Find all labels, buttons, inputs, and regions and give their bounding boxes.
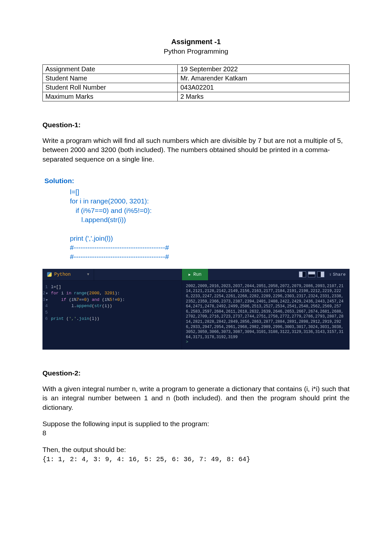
layout-left-icon[interactable] <box>299 271 306 277</box>
header-right: ⇪ Share <box>295 269 350 280</box>
question-2-input-label: Suppose the following input is supplied … <box>42 419 350 438</box>
share-label: Share <box>333 272 346 277</box>
code-editor: Python ▼ ▶ Run ⇪ Share 1l=[]2▼for i in r… <box>42 269 350 350</box>
share-button[interactable]: ⇪ Share <box>329 272 346 277</box>
code-line: 6print (','.join(l)) <box>42 316 182 322</box>
editor-header: Python ▼ ▶ Run ⇪ Share <box>42 269 350 281</box>
line-number: 5 <box>42 309 51 316</box>
line-number: 3▼ <box>42 297 51 303</box>
line-number: 4 <box>42 303 51 309</box>
question-2-input-value: 8 <box>42 429 46 437</box>
meta-value: 2 Marks <box>178 92 350 101</box>
page-title: Assignment -1 <box>42 38 350 46</box>
chevron-down-icon: ▼ <box>87 272 89 276</box>
table-row: Maximum Marks2 Marks <box>43 92 350 101</box>
code-pane[interactable]: 1l=[]2▼for i in range(2000, 3201):3▼ if … <box>42 281 182 350</box>
play-icon: ▶ <box>188 272 191 277</box>
code-text: l=[] <box>51 284 61 290</box>
output-pane: 2002,2009,2016,2023,2037,2044,2051,2058,… <box>182 281 350 350</box>
layout-top-icon[interactable] <box>308 271 315 277</box>
share-icon: ⇪ <box>329 272 332 277</box>
code-line: 3▼ if (i%7==0) and (i%5!=0): <box>42 297 182 303</box>
question-1-heading: Question-1: <box>42 121 350 129</box>
meta-value: Mr. Amarender Katkam <box>178 74 350 83</box>
question-1-text: Write a program which will find all such… <box>42 136 350 164</box>
code-text: print (','.join(l)) <box>51 316 99 322</box>
table-row: Student NameMr. Amarender Katkam <box>43 74 350 83</box>
question-2-output-label: Then, the output should be: <box>42 445 350 454</box>
line-number: 2▼ <box>42 290 51 297</box>
layout-right-icon[interactable] <box>317 271 324 277</box>
code-text: if (i%7==0) and (i%5!=0): <box>51 297 125 303</box>
run-label: Run <box>193 272 202 277</box>
meta-label: Maximum Marks <box>43 92 178 101</box>
meta-value: 19 September 2022 <box>178 65 350 74</box>
meta-label: Student Roll Number <box>43 83 178 92</box>
meta-value: 043A02201 <box>178 83 350 92</box>
run-button[interactable]: ▶ Run <box>182 269 208 280</box>
question-2-heading: Question-2: <box>42 369 350 377</box>
code-line: 5 <box>42 309 182 316</box>
line-number: 1 <box>42 284 51 290</box>
language-selector[interactable]: Python ▼ <box>42 269 94 280</box>
meta-label: Assignment Date <box>43 65 178 74</box>
solution-label: Solution: <box>44 177 350 185</box>
code-line: 1l=[] <box>42 284 182 290</box>
meta-table: Assignment Date19 September 2022Student … <box>42 64 350 101</box>
solution-code: l=[] for i in range(2000, 3201): if (i%7… <box>70 187 350 262</box>
page-subtitle: Python Programming <box>42 47 350 55</box>
code-line: 2▼for i in range(2000, 3201): <box>42 290 182 297</box>
line-number: 6 <box>42 316 51 322</box>
code-text: l.append(str(i)) <box>51 303 112 309</box>
language-label: Python <box>54 272 71 277</box>
output-prompt: > <box>186 340 346 345</box>
table-row: Student Roll Number043A02201 <box>43 83 350 92</box>
question-2-output-value: {1: 1, 2: 4, 3: 9, 4: 16, 5: 25, 6: 36, … <box>42 456 350 463</box>
python-icon <box>47 272 52 277</box>
output-text: 2002,2009,2016,2023,2037,2044,2051,2058,… <box>186 284 346 340</box>
meta-label: Student Name <box>43 74 178 83</box>
table-row: Assignment Date19 September 2022 <box>43 65 350 74</box>
code-line: 4 l.append(str(i)) <box>42 303 182 309</box>
question-2-text: With a given integral number n, write a … <box>42 384 350 412</box>
code-text: for i in range(2000, 3201): <box>51 290 120 297</box>
